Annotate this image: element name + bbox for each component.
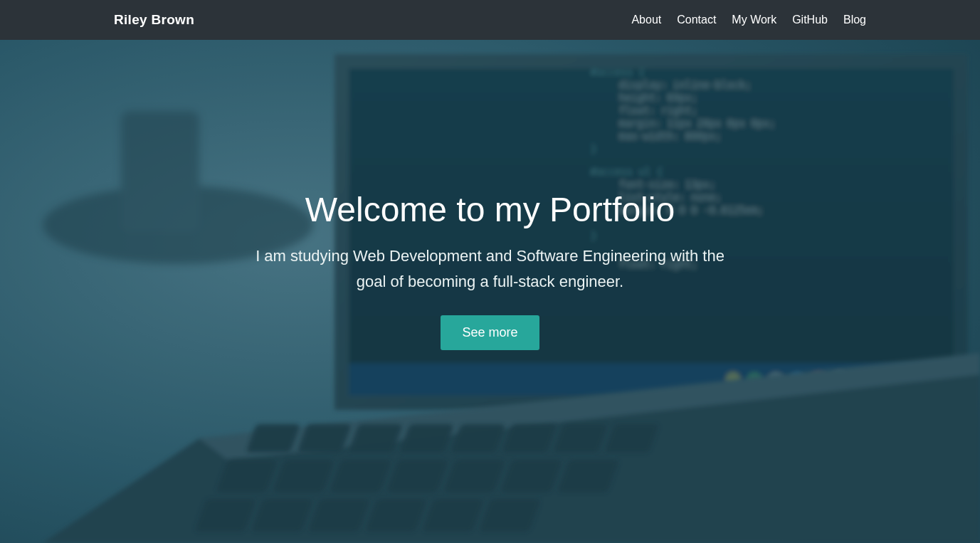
svg-rect-5 (349, 364, 954, 396)
svg-text:height: 69px;: height: 69px; (619, 92, 697, 103)
svg-text:#access {: #access { (591, 66, 645, 78)
svg-rect-2 (121, 111, 199, 232)
nav-link-blog[interactable]: Blog (843, 14, 866, 26)
svg-rect-40 (479, 499, 541, 532)
svg-rect-43 (348, 424, 403, 453)
svg-text:font-size: 13px;: font-size: 13px; (619, 179, 715, 190)
nav-link-contact[interactable]: Contact (677, 14, 716, 26)
nav-link-github[interactable]: GitHub (792, 14, 828, 26)
svg-rect-46 (502, 424, 557, 453)
brand-logo[interactable]: Riley Brown (114, 12, 194, 28)
svg-rect-34 (557, 460, 619, 492)
svg-rect-41 (246, 424, 300, 453)
svg-point-10 (811, 372, 826, 386)
nav-links: About Contact My Work GitHub Blog (631, 14, 866, 26)
svg-text:margin: 11px 28px 0px 0px;: margin: 11px 28px 0px 0px; (619, 117, 775, 129)
svg-text:}: } (591, 143, 596, 154)
svg-rect-45 (451, 424, 505, 453)
hero-section: #access { display: inline-block; height:… (0, 40, 980, 543)
svg-point-12 (854, 372, 868, 386)
svg-marker-4 (349, 68, 954, 396)
hero-subtitle: I am studying Web Development and Softwa… (241, 243, 739, 293)
svg-marker-27 (199, 353, 980, 460)
nav-link-mywork[interactable]: My Work (732, 14, 776, 26)
svg-text:max-width: 800px;: max-width: 800px; (619, 130, 721, 142)
see-more-button[interactable]: See more (441, 315, 539, 350)
navbar: Riley Brown About Contact My Work GitHub… (0, 0, 980, 40)
svg-rect-44 (399, 424, 454, 453)
svg-rect-32 (443, 460, 505, 492)
svg-rect-38 (365, 499, 427, 532)
svg-point-11 (833, 372, 847, 386)
svg-rect-33 (500, 460, 562, 492)
svg-marker-3 (334, 54, 968, 410)
svg-text:float: right;: float: right; (619, 105, 697, 116)
svg-point-8 (769, 372, 783, 386)
svg-rect-39 (422, 499, 484, 532)
svg-rect-36 (251, 499, 313, 532)
svg-rect-48 (604, 424, 659, 453)
svg-rect-35 (194, 499, 256, 532)
svg-rect-31 (386, 460, 448, 492)
svg-marker-26 (43, 353, 980, 543)
svg-rect-28 (216, 460, 278, 492)
svg-rect-37 (308, 499, 370, 532)
svg-rect-29 (273, 460, 334, 492)
svg-point-9 (790, 372, 804, 386)
hero-title: Welcome to my Portfolio (305, 190, 675, 229)
nav-link-about[interactable]: About (631, 14, 661, 26)
svg-rect-42 (297, 424, 352, 453)
svg-text:#access ul {: #access ul { (591, 166, 663, 177)
svg-point-7 (747, 372, 762, 386)
svg-rect-30 (330, 460, 391, 492)
svg-rect-47 (553, 424, 608, 453)
svg-text:}: } (591, 230, 596, 241)
svg-point-6 (726, 372, 740, 386)
svg-text:display: inline-block;: display: inline-block; (619, 79, 751, 90)
